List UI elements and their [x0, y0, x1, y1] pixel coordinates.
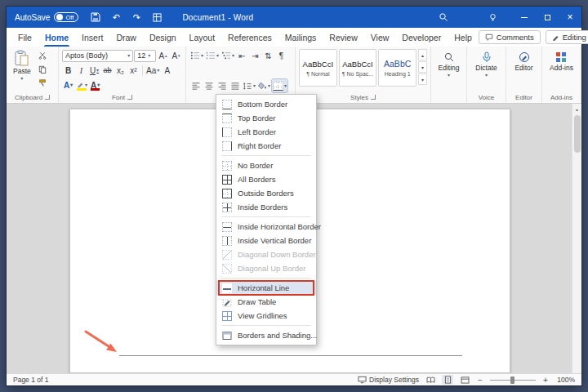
menu-item-bottom-border[interactable]: Bottom Border — [216, 97, 316, 111]
menu-item-right-border[interactable]: Right Border — [216, 139, 316, 153]
tab-mailings[interactable]: Mailings — [278, 28, 323, 47]
show-paragraph-marks-button[interactable]: ¶ — [275, 49, 287, 62]
menu-item-view-gridlines[interactable]: View Gridlines — [216, 309, 316, 323]
tab-design[interactable]: Design — [143, 28, 183, 47]
align-right-button[interactable] — [216, 79, 228, 92]
italic-button[interactable]: I — [75, 64, 87, 77]
align-left-button[interactable] — [189, 79, 202, 92]
close-button[interactable]: × — [559, 7, 581, 28]
undo-icon[interactable]: ↶ — [110, 11, 122, 23]
read-mode-button[interactable] — [425, 375, 436, 385]
tab-references[interactable]: References — [221, 28, 278, 47]
style-heading-1[interactable]: AaBbC Heading 1 — [378, 49, 416, 87]
vertical-scrollbar[interactable]: ▴ — [572, 104, 581, 373]
superscript-button[interactable]: x² — [127, 64, 140, 77]
menu-item-all-borders[interactable]: All Borders — [216, 172, 316, 186]
text-effects-button[interactable]: A ▾ — [62, 78, 74, 91]
font-color-button[interactable]: A ▾ — [89, 78, 101, 91]
shading-button[interactable]: ▾ — [257, 79, 271, 92]
tab-file[interactable]: File — [11, 28, 38, 47]
lightbulb-icon[interactable] — [487, 11, 498, 23]
line-spacing-button[interactable]: ▾ — [242, 79, 256, 92]
styles-scroll-up-button[interactable]: ▴ — [418, 49, 427, 60]
strikethrough-button[interactable]: ab — [101, 64, 114, 77]
menu-item-borders-and-shading[interactable]: Borders and Shading... — [216, 328, 316, 342]
font-name-select[interactable]: Aptos (Body) ▾ — [62, 50, 133, 62]
font-dialog-launcher[interactable] — [127, 95, 132, 100]
menu-item-left-border[interactable]: Left Border — [216, 125, 316, 139]
align-center-button[interactable] — [203, 79, 215, 92]
autosave-toggle[interactable]: Off — [54, 12, 78, 22]
sort-button[interactable]: ⇅ — [262, 49, 274, 62]
save-icon[interactable] — [90, 11, 101, 23]
tab-home[interactable]: Home — [38, 28, 75, 47]
format-painter-button[interactable] — [37, 77, 49, 90]
borders-button[interactable]: ▾ — [272, 79, 287, 92]
bold-button[interactable]: B — [62, 64, 74, 77]
clipboard-dialog-launcher[interactable] — [45, 95, 50, 100]
bullets-button[interactable]: ▾ — [189, 49, 204, 62]
outside-borders-icon — [222, 189, 232, 198]
zoom-slider[interactable] — [490, 376, 536, 384]
cut-button[interactable] — [37, 49, 49, 62]
zoom-out-button[interactable]: − — [476, 376, 484, 385]
clear-formatting-button[interactable]: A — [161, 64, 173, 77]
tab-review[interactable]: Review — [323, 28, 363, 47]
increase-indent-button[interactable]: ⇥ — [249, 49, 261, 62]
menu-item-inside-vertical-border[interactable]: Inside Vertical Border — [216, 234, 316, 247]
quick-access-toolbar: ↶ ↷ — [90, 11, 163, 23]
tab-developer[interactable]: Developer — [395, 28, 448, 47]
web-layout-button[interactable] — [459, 375, 470, 385]
grid-icon[interactable] — [151, 11, 163, 23]
styles-dialog-launcher[interactable] — [371, 95, 376, 100]
redo-icon[interactable]: ↷ — [131, 11, 142, 23]
tab-help[interactable]: Help — [448, 28, 479, 47]
styles-gallery-more-button[interactable]: ▾ — [418, 74, 427, 85]
menu-item-inside-borders[interactable]: Inside Borders — [216, 200, 316, 214]
tab-layout[interactable]: Layout — [183, 28, 222, 47]
menu-item-inside-horizontal-border[interactable]: Inside Horizontal Border — [216, 220, 316, 234]
underline-button[interactable]: U ▾ — [88, 64, 100, 77]
menu-item-outside-borders[interactable]: Outside Borders — [216, 186, 316, 200]
page-indicator[interactable]: Page 1 of 1 — [13, 376, 48, 384]
scrollbar-thumb[interactable] — [574, 115, 581, 153]
print-layout-button[interactable] — [442, 375, 453, 385]
dictate-button[interactable]: Dictate ▾ — [475, 49, 497, 78]
editor-button[interactable]: Editor — [514, 49, 532, 72]
tab-view[interactable]: View — [364, 28, 396, 47]
maximize-button[interactable] — [536, 7, 559, 28]
scroll-up-icon[interactable]: ▴ — [576, 104, 578, 112]
justify-button[interactable] — [229, 79, 241, 92]
editing-menu-button[interactable]: Editing ▾ — [439, 49, 460, 78]
styles-scroll-down-button[interactable]: ▾ — [418, 61, 427, 73]
menu-item-no-border[interactable]: No Border — [216, 158, 316, 172]
comments-button[interactable]: Comments — [479, 30, 541, 44]
decrease-indent-button[interactable]: ⇤ — [236, 49, 248, 62]
style-no-spacing[interactable]: AaBbCcI ¶ No Spac... — [339, 49, 377, 87]
numbering-button[interactable]: ▾ — [205, 49, 220, 62]
zoom-slider-thumb[interactable] — [510, 376, 514, 384]
font-size-select[interactable]: 12 ▾ — [134, 50, 156, 62]
editing-mode-button[interactable]: Editing ▾ — [546, 30, 588, 44]
change-case-button[interactable]: Aa ▾ — [145, 64, 160, 77]
menu-item-top-border[interactable]: Top Border — [216, 111, 316, 125]
highlight-color-button[interactable]: ▾ — [75, 78, 88, 91]
grow-font-button[interactable]: A ▴ — [157, 49, 169, 62]
copy-button[interactable] — [37, 63, 49, 76]
shrink-font-button[interactable]: A ▾ — [170, 49, 182, 62]
multilevel-list-button[interactable]: ▾ — [220, 49, 235, 62]
tab-insert[interactable]: Insert — [75, 28, 109, 47]
zoom-in-button[interactable]: + — [541, 376, 550, 385]
minimize-button[interactable] — [513, 7, 536, 28]
addins-button[interactable]: Add-ins — [550, 49, 573, 72]
subscript-button[interactable]: x₂ — [114, 64, 127, 77]
search-icon[interactable] — [438, 11, 449, 23]
style-normal[interactable]: AaBbCcI ¶ Normal — [299, 49, 337, 87]
menu-item-draw-table[interactable]: Draw Table — [216, 295, 316, 309]
display-settings-button[interactable]: Display Settings — [358, 376, 419, 384]
zoom-level[interactable]: 100% — [555, 376, 575, 384]
autosave-control[interactable]: AutoSave Off — [15, 12, 78, 22]
tab-draw[interactable]: Draw — [109, 28, 143, 47]
paste-button[interactable]: Paste ▾ — [10, 49, 34, 90]
menu-item-horizontal-line[interactable]: Horizontal Line — [216, 281, 316, 295]
